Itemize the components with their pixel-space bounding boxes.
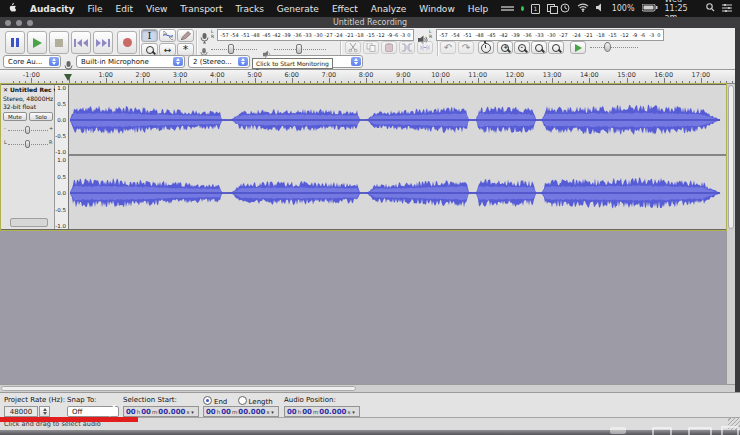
vertical-ruler[interactable]: 1.00.50.0-0.5-1.01.00.50.0-0.5-1.0 <box>55 85 69 229</box>
playback-meter[interactable]: -57-54-51-48-45-42-39-36-33-30-27-24-21-… <box>436 29 664 41</box>
spotlight-search-icon[interactable] <box>706 3 715 14</box>
sync-clock-icon[interactable] <box>560 3 570 15</box>
field-dropdown-arrow-icon[interactable]: ▾ <box>352 409 355 415</box>
overlapping-windows-icon[interactable] <box>547 4 553 13</box>
length-radio[interactable] <box>238 396 247 405</box>
solo-button[interactable]: Solo <box>29 112 53 121</box>
menu-file[interactable]: File <box>87 4 102 14</box>
mute-button[interactable]: Mute <box>3 112 27 121</box>
horizontal-scrollbar-thumb[interactable] <box>1 386 356 391</box>
selection-start-field[interactable]: 00h 00m 00.000s ▾ <box>123 406 199 417</box>
selection-end-field[interactable]: 00h 00m 00.000s ▾ <box>203 406 279 417</box>
cut-button[interactable] <box>345 41 361 54</box>
vertical-scrollbar-thumb[interactable] <box>728 85 734 229</box>
timeline-tick <box>558 81 559 84</box>
screen-recording-text <box>501 6 514 11</box>
timeline-tick <box>93 81 94 84</box>
window-titlebar[interactable]: Untitled Recording <box>0 17 740 28</box>
timeline-tick <box>137 81 138 84</box>
meter-scale-tick: -42 <box>500 32 508 38</box>
monitor-tooltip[interactable]: Click to Start Monitoring <box>252 58 333 69</box>
record-volume-slider[interactable] <box>211 49 257 50</box>
timeline-tick <box>261 81 262 84</box>
video-progress-bar[interactable] <box>0 417 138 422</box>
input-channels-dropdown[interactable]: 2 (Stereo... <box>188 55 250 68</box>
apple-menu-icon[interactable] <box>8 2 17 15</box>
fit-selection-button[interactable] <box>531 41 547 54</box>
redo-button[interactable]: ↷ <box>458 41 474 54</box>
collapse-track-button[interactable] <box>10 218 48 227</box>
play-speed-slider[interactable] <box>590 47 638 48</box>
undo-button[interactable]: ↶ <box>440 41 456 54</box>
display-count-icon[interactable]: 1 <box>531 4 540 14</box>
trim-audio-button[interactable] <box>399 41 415 54</box>
timer-record-button[interactable] <box>478 41 494 54</box>
audio-host-value: Core Au... <box>8 58 42 66</box>
gain-slider-thumb[interactable] <box>25 126 30 134</box>
pan-slider-thumb[interactable] <box>25 140 30 148</box>
channel-separator <box>69 154 726 156</box>
meter-scale-tick: -27 <box>560 32 568 38</box>
project-rate-stepper[interactable] <box>39 406 50 417</box>
stop-button[interactable] <box>49 31 69 54</box>
record-volume-thumb[interactable] <box>228 44 234 54</box>
wifi-icon[interactable] <box>577 3 589 14</box>
paste-button[interactable] <box>381 41 397 54</box>
menu-analyze[interactable]: Analyze <box>371 4 406 14</box>
undo-icon: ↶ <box>444 43 452 53</box>
waveform[interactable] <box>69 85 726 229</box>
recording-meter[interactable]: -57-54-51-48-45-42-39-36-33-30-27-24-21-… <box>217 29 414 41</box>
zoom-out-button[interactable]: - <box>514 41 530 54</box>
vertical-scrollbar[interactable] <box>726 84 735 384</box>
menu-help[interactable]: Help <box>468 4 489 14</box>
envelope-tool-button[interactable] <box>159 29 176 42</box>
fit-project-button[interactable] <box>548 41 564 54</box>
audio-host-dropdown[interactable]: Core Au... <box>3 55 61 68</box>
menu-generate[interactable]: Generate <box>277 4 319 14</box>
pause-button[interactable] <box>5 31 25 54</box>
input-device-dropdown[interactable]: Built-in Microphone <box>76 55 185 68</box>
timeline-tick <box>527 81 528 84</box>
horizontal-scrollbar[interactable] <box>0 384 735 392</box>
field-dropdown-arrow-icon[interactable]: ▾ <box>191 409 194 415</box>
skip-to-end-button[interactable] <box>93 31 113 54</box>
playhead-cursor[interactable] <box>64 74 72 81</box>
silence-audio-button[interactable] <box>417 41 433 54</box>
menu-effect[interactable]: Effect <box>332 4 358 14</box>
close-track-button[interactable]: ✕ <box>3 86 8 93</box>
zoom-out-icon: - <box>518 44 526 52</box>
menu-window[interactable]: Window <box>419 4 455 14</box>
timeline-tick <box>118 81 119 84</box>
timeline-tick <box>397 81 398 84</box>
menu-transport[interactable]: Transport <box>180 4 222 14</box>
draw-tool-button[interactable] <box>177 29 194 42</box>
project-rate-value[interactable]: 48000 <box>4 406 38 417</box>
timeline-tick <box>577 81 578 84</box>
timeline-ruler[interactable]: -1:001:002:003:004:005:006:007:008:009:0… <box>0 70 740 84</box>
zoom-in-button[interactable]: + <box>497 41 513 54</box>
play-at-speed-button[interactable] <box>570 41 586 54</box>
timeline-label: 6:00 <box>284 71 299 79</box>
magnifier-icon <box>146 46 154 54</box>
field-dropdown-arrow-icon[interactable]: ▾ <box>271 409 274 415</box>
clipboard-icon <box>384 43 394 52</box>
skip-to-start-button[interactable] <box>71 31 91 54</box>
end-radio[interactable] <box>203 396 212 405</box>
menu-edit[interactable]: Edit <box>116 4 133 14</box>
track-name[interactable]: Untitled Rec <box>10 86 52 93</box>
volume-icon[interactable] <box>596 3 605 14</box>
menu-view[interactable]: View <box>146 4 167 14</box>
track-control-panel[interactable]: ✕ Untitled Rec ▼ Stereo, 48000Hz 32-bit … <box>1 85 55 229</box>
menu-tracks[interactable]: Tracks <box>236 4 264 14</box>
copy-button[interactable] <box>363 41 379 54</box>
menu-audacity[interactable]: Audacity <box>30 4 74 14</box>
audio-position-field[interactable]: 00h 00m 00.000s ▾ <box>284 406 360 417</box>
snap-to-dropdown[interactable]: Off <box>67 406 119 417</box>
selection-tool-button[interactable]: I <box>141 29 158 42</box>
control-center-icon[interactable] <box>722 4 732 14</box>
play-volume-thumb[interactable] <box>296 44 302 54</box>
play-speed-thumb[interactable] <box>604 42 611 52</box>
play-button[interactable] <box>27 31 47 54</box>
record-button[interactable] <box>117 31 137 54</box>
timeline-tick <box>670 81 671 84</box>
